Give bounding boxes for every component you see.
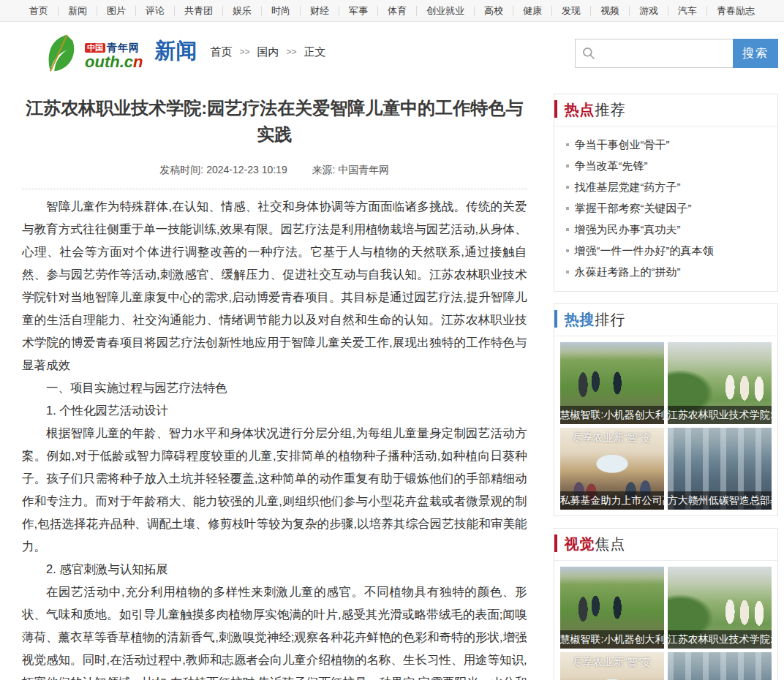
- top-nav-link[interactable]: 健康: [513, 6, 552, 16]
- news-thumbnail-card[interactable]: 方大赣州低碳智造总部基: [668, 428, 772, 510]
- thumbnail-image: [560, 652, 664, 680]
- top-nav-link[interactable]: 娱乐: [223, 6, 262, 16]
- logo-site-name: 青年网: [107, 42, 140, 53]
- accent-bar: [554, 310, 557, 328]
- top-nav: 首页新闻图片评论共青团娱乐时尚财经军事体育创业就业高校健康发现视频游戏汽车青春励…: [0, 0, 784, 22]
- article-body: 智障儿童作为特殊群体,在认知、情感、社交和身体协调等方面面临诸多挑战。传统的关爱…: [22, 195, 527, 680]
- article-title: 江苏农林职业技术学院:园艺疗法在关爱智障儿童中的工作特色与实践: [22, 95, 527, 148]
- hot-recommend-header: 热点推荐: [554, 94, 777, 126]
- breadcrumb-domestic[interactable]: 国内: [257, 45, 279, 59]
- publish-time: 2024-12-23 10:19: [206, 164, 287, 175]
- hot-recommend-box: 热点推荐 争当干事创业“骨干”争当改革“先锋”找准基层党建“药方子”掌握干部考察…: [554, 94, 778, 292]
- article-paragraph: 智障儿童作为特殊群体,在认知、情感、社交和身体协调等方面面临诸多挑战。传统的关爱…: [22, 195, 527, 377]
- sidebar: 热点推荐 争当干事创业“骨干”争当改革“先锋”找准基层党建“药方子”掌握干部考察…: [554, 85, 778, 680]
- article-meta: 发稿时间: 2024-12-23 10:19 来源: 中国青年网: [22, 164, 527, 189]
- search-icon: [581, 46, 596, 61]
- hot-recommend-title-em: 热点: [565, 102, 595, 118]
- breadcrumb-current: 正文: [304, 45, 325, 59]
- hot-search-title-rest: 排行: [595, 311, 626, 328]
- top-nav-link[interactable]: 汽车: [668, 6, 707, 16]
- visual-focus-title-rest: 焦点: [595, 536, 626, 552]
- breadcrumb-separator: >>: [286, 47, 296, 57]
- top-nav-link[interactable]: 创业就业: [417, 6, 475, 16]
- accent-bar: [554, 534, 557, 552]
- hot-search-header: 热搜排行: [554, 304, 777, 336]
- top-nav-link[interactable]: 青春励志: [707, 6, 764, 16]
- thumbnail-caption: 慧椒智联:小机器创大利益,: [560, 406, 664, 424]
- article: 江苏农林职业技术学院:园艺疗法在关爱智障儿童中的工作特色与实践 发稿时间: 20…: [22, 85, 527, 680]
- thumbnail-image: [668, 652, 772, 680]
- article-paragraph: 一、项目实施过程与园艺疗法特色: [22, 377, 527, 399]
- source-value: 中国青年网: [338, 164, 389, 175]
- top-nav-link[interactable]: 共青团: [175, 6, 223, 16]
- search-button[interactable]: 搜索: [733, 39, 778, 68]
- article-paragraph: 在园艺活动中,充分利用植物的多样性来刺激儿童的感官。不同植物具有独特的颜色、形状…: [22, 581, 527, 680]
- news-thumbnail-card[interactable]: 私募基金助力上市公司高: [560, 428, 664, 510]
- breadcrumb-home[interactable]: 首页: [210, 45, 232, 59]
- article-paragraph: 2. 感官刺激与认知拓展: [22, 558, 527, 581]
- hot-recommend-item[interactable]: 掌握干部考察“关键因子”: [565, 197, 767, 219]
- top-nav-link[interactable]: 体育: [378, 6, 417, 16]
- top-nav-link[interactable]: 财经: [301, 6, 339, 16]
- top-nav-link[interactable]: 高校: [475, 6, 513, 16]
- logo-domain-green: outh.c: [85, 53, 133, 71]
- ginkgo-leaf-icon: [42, 34, 83, 73]
- channel-label: 新闻: [154, 37, 197, 66]
- top-nav-link[interactable]: 时尚: [262, 6, 301, 16]
- search-input[interactable]: [600, 39, 733, 67]
- content: 江苏农林职业技术学院:园艺疗法在关爱智障儿童中的工作特色与实践 发稿时间: 20…: [0, 85, 784, 680]
- top-nav-link[interactable]: 发现: [552, 6, 591, 16]
- hot-recommend-item[interactable]: 找准基层党建“药方子”: [565, 176, 767, 197]
- logo-text: 中国 青年网 outh.cn: [85, 42, 143, 73]
- visual-focus-header: 视觉焦点: [554, 529, 777, 561]
- news-thumbnail-card[interactable]: 慧椒智联:小机器创大利益, 尽享农业新“智”变: [560, 342, 664, 424]
- hot-recommend-list: 争当干事创业“骨干”争当改革“先锋”找准基层党建“药方子”掌握干部考察“关键因子…: [554, 126, 777, 291]
- search-bar: 搜索: [575, 39, 778, 68]
- hot-recommend-item[interactable]: 争当干事创业“骨干”: [565, 134, 767, 155]
- thumbnail-caption: 江苏农林职业技术学院:园: [668, 630, 772, 649]
- publish-time-label: 发稿时间:: [159, 164, 203, 175]
- hot-search-grid: 慧椒智联:小机器创大利益, 尽享农业新“智”变 江苏农林职业技术学院:园 艺疗法…: [554, 336, 777, 515]
- accent-bar: [554, 100, 557, 118]
- logo-domain-red: n: [133, 53, 143, 71]
- breadcrumb-separator: >>: [239, 47, 249, 57]
- hot-recommend-item[interactable]: 增强“一件一件办好”的真本领: [565, 240, 767, 261]
- hot-recommend-title-rest: 推荐: [595, 102, 626, 118]
- youth-cn-logo[interactable]: 中国 青年网 outh.cn: [42, 34, 143, 73]
- top-nav-link[interactable]: 游戏: [630, 6, 668, 16]
- top-nav-link[interactable]: 评论: [136, 6, 175, 16]
- news-thumbnail-card[interactable]: 私募基金助力上市公司高: [560, 652, 664, 680]
- top-nav-link[interactable]: 视频: [591, 6, 630, 16]
- article-paragraph: 根据智障儿童的年龄、智力水平和身体状况进行分层分组,为每组儿童量身定制园艺活动方…: [22, 422, 527, 558]
- hot-recommend-item[interactable]: 争当改革“先锋”: [565, 155, 767, 176]
- top-nav-link[interactable]: 图片: [97, 6, 136, 16]
- search-input-wrap: [575, 39, 733, 68]
- top-nav-link[interactable]: 首页: [20, 6, 59, 16]
- site-header: 中国 青年网 outh.cn 新闻 首页 >> 国内 >> 正文 搜索: [0, 22, 784, 85]
- news-thumbnail-card[interactable]: 慧椒智联:小机器创大利益, 尽享农业新“智”变: [560, 567, 664, 649]
- visual-focus-grid: 慧椒智联:小机器创大利益, 尽享农业新“智”变 江苏农林职业技术学院:园 艺疗法…: [554, 561, 777, 680]
- hot-recommend-item[interactable]: 永葆赶考路上的“拼劲”: [565, 261, 767, 282]
- breadcrumb: 首页 >> 国内 >> 正文: [210, 45, 325, 59]
- visual-focus-box: 视觉焦点 慧椒智联:小机器创大利益, 尽享农业新“智”变 江苏农林职业技术学院:…: [554, 528, 778, 680]
- news-thumbnail-card[interactable]: 江苏农林职业技术学院:园 艺疗法在关爱智障儿童中的工作特色与实践: [668, 567, 772, 649]
- thumbnail-caption: 私募基金助力上市公司高: [560, 491, 664, 510]
- logo-badge: 中国: [85, 43, 105, 53]
- hot-search-title-em: 热搜: [565, 311, 595, 328]
- thumbnail-caption: 慧椒智联:小机器创大利益,: [560, 630, 664, 649]
- thumbnail-caption: 方大赣州低碳智造总部基: [668, 491, 772, 510]
- top-nav-link[interactable]: 军事: [339, 6, 378, 16]
- top-nav-link[interactable]: 新闻: [59, 6, 97, 16]
- news-thumbnail-card[interactable]: 方大赣州低碳智造总部基: [668, 652, 772, 680]
- source-label: 来源:: [312, 164, 335, 175]
- visual-focus-title-em: 视觉: [565, 536, 595, 552]
- hot-recommend-item[interactable]: 增强为民办事“真功夫”: [565, 219, 767, 240]
- hot-search-box: 热搜排行 慧椒智联:小机器创大利益, 尽享农业新“智”变 江苏农林职业技术学院:…: [554, 303, 778, 516]
- thumbnail-caption: 江苏农林职业技术学院:园: [668, 406, 772, 424]
- news-thumbnail-card[interactable]: 江苏农林职业技术学院:园 艺疗法在关爱智障儿童中的工作特色与实践: [668, 342, 772, 424]
- article-paragraph: 1. 个性化园艺活动设计: [22, 399, 527, 422]
